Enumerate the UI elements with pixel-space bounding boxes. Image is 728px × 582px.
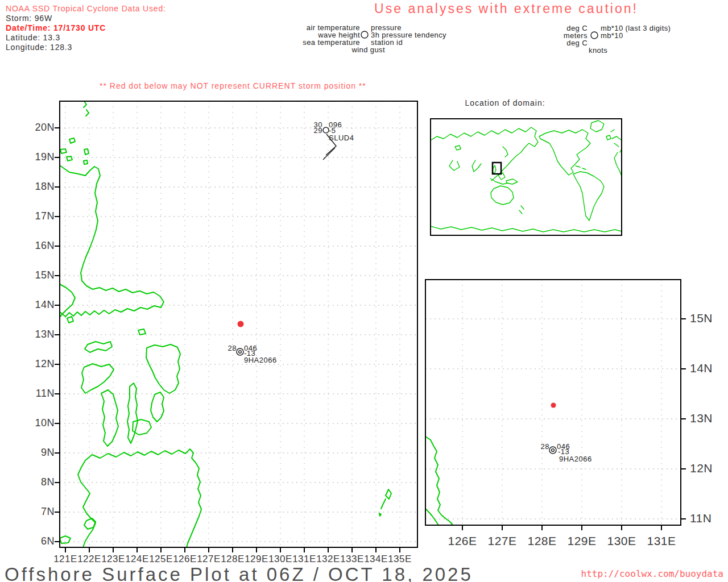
legend-station-circle-icon — [361, 31, 368, 38]
zoom-lat-label: 12N — [690, 462, 713, 475]
storm-dot-main — [238, 321, 244, 327]
lon-label: 125E — [149, 554, 173, 565]
header-source-line: NOAA SSD Tropical Cyclone Data Used: — [6, 4, 166, 13]
main-map — [55, 101, 417, 552]
header-longitude-line: Longitude: 128.3 — [6, 43, 72, 52]
station-9ha2066-symbol — [237, 348, 243, 355]
footer-plot-title: Offshore Surface Plot at 06Z / OCT 18, 2… — [5, 564, 473, 582]
lat-label: 15N — [35, 269, 55, 281]
lon-label: 135E — [388, 554, 412, 565]
station-9ha2066-id: 9HA2066 — [244, 356, 277, 364]
world-coastlines — [431, 120, 622, 232]
zoom-lat-label: 11N — [690, 512, 712, 525]
zoom-station-id: 9HA2066 — [559, 455, 592, 463]
storm-dot-zoom — [551, 403, 556, 408]
offshore-surface-plot-page: NOAA SSD Tropical Cyclone Data Used: Sto… — [0, 0, 728, 582]
zoom-map — [425, 280, 686, 530]
zoom-lat-label: 14N — [690, 361, 713, 375]
domain-location-rectangle — [493, 163, 501, 174]
lon-label: 126E — [173, 554, 197, 565]
lat-label: 16N — [35, 240, 55, 252]
legend-unit-mb10-2: mb*10 — [601, 31, 623, 40]
legend-unit-degc-2: deg C — [566, 39, 588, 47]
main-map-lon-gridlines — [65, 101, 400, 547]
legend-units-circle-icon — [591, 32, 598, 39]
lat-label: 18N — [35, 181, 55, 193]
station-9ha2066-symbol-zoom — [549, 447, 556, 454]
legend-wind-gust: wind gust — [351, 45, 385, 54]
header-latitude-line: Latitude: 13.3 — [6, 33, 60, 42]
lon-label: 122E — [77, 554, 101, 565]
caution-title: Use analyses with extreme caution! — [374, 1, 638, 16]
lon-label: 133E — [340, 554, 364, 565]
legend-unit-knots: knots — [589, 46, 607, 55]
lat-label: 20N — [35, 122, 55, 134]
lat-label: 6N — [41, 535, 55, 547]
lat-label: 17N — [35, 210, 55, 222]
zoom-map-border — [425, 280, 681, 525]
footer-url-link[interactable]: http://coolwx.com/buoydata — [581, 568, 723, 579]
lon-label: 130E — [268, 554, 292, 565]
storm-position-warning: ** Red dot below may NOT represent CURRE… — [100, 81, 366, 90]
header-datetime-line: Date/Time: 17/1730 UTC — [6, 23, 106, 32]
zoom-map-lon-gridlines — [462, 280, 661, 525]
lon-label: 131E — [292, 554, 316, 565]
zoom-map-ticks — [462, 319, 686, 530]
lon-label: 128E — [221, 554, 245, 565]
main-map-ticks — [55, 128, 400, 552]
zoom-lon-label: 128E — [527, 534, 556, 548]
lat-label: 10N — [35, 417, 55, 429]
zoom-station-air-temp: 28 — [541, 442, 549, 451]
station-9ha2066-air-temp: 28 — [228, 344, 237, 352]
zoom-lat-label: 15N — [690, 311, 713, 325]
lon-label: 127E — [197, 554, 221, 565]
station-slud4-wave-height: 29 — [314, 126, 322, 135]
lon-label: 123E — [101, 554, 125, 565]
lat-label: 11N — [36, 388, 55, 400]
lon-label: 121E — [53, 554, 77, 565]
lat-label: 7N — [41, 506, 55, 518]
lon-label: 124E — [125, 554, 149, 565]
lon-label: 132E — [316, 554, 340, 565]
zoom-lon-label: 129E — [567, 534, 596, 548]
lat-label: 8N — [41, 476, 55, 488]
lat-label: 14N — [35, 299, 55, 311]
zoom-map-coastline — [425, 436, 452, 525]
lat-label: 13N — [35, 329, 55, 340]
lon-label: 134E — [364, 554, 388, 565]
zoom-lon-label: 130E — [607, 534, 636, 548]
lat-label: 12N — [35, 358, 55, 370]
zoom-lon-label: 127E — [487, 534, 516, 548]
coastline-philippines — [60, 101, 391, 547]
world-inset-map — [431, 119, 622, 235]
lon-label: 129E — [245, 554, 268, 565]
station-slud4-id: SLUD4 — [329, 134, 354, 142]
lat-label: 9N — [41, 447, 55, 459]
zoom-lat-label: 13N — [690, 411, 713, 425]
inset-title: Location of domain: — [465, 98, 545, 107]
header-storm-line: Storm: 96W — [6, 14, 52, 23]
zoom-map-lat-gridlines — [425, 319, 681, 519]
zoom-lon-label: 131E — [647, 534, 676, 548]
zoom-lon-label: 126E — [448, 534, 477, 548]
lat-label: 19N — [35, 151, 55, 163]
